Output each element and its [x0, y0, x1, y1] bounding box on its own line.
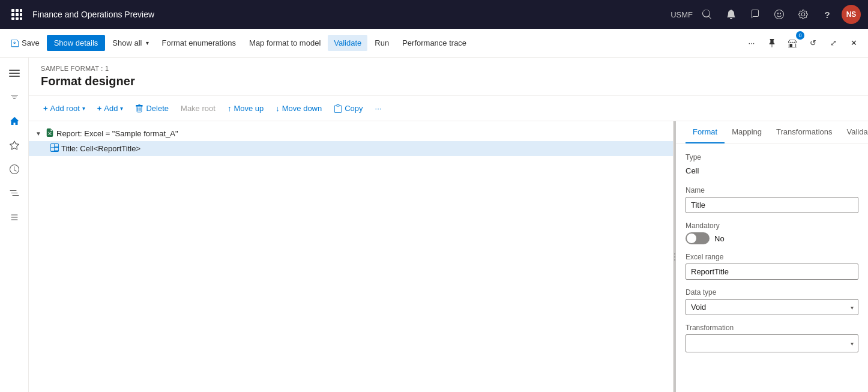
tab-format[interactable]: Format [686, 121, 725, 143]
show-all-button[interactable]: Show all ▾ [106, 35, 154, 51]
svg-rect-11 [9, 76, 20, 77]
tree-item-report-label: Report: Excel = "Sample format_A" [56, 129, 178, 138]
tree-item-title[interactable]: Title: Cell<ReportTitle> [29, 141, 673, 156]
make-root-button[interactable]: Make root [176, 101, 220, 116]
svg-rect-6 [11, 17, 14, 20]
page-title: Format designer [41, 74, 856, 95]
svg-rect-10 [9, 73, 20, 74]
properties-panel: Format Mapping Transformations Validatio… [676, 121, 868, 392]
sidebar-recent[interactable] [4, 158, 25, 180]
transformation-label: Transformation [686, 324, 858, 332]
help-button[interactable]: ? [818, 5, 837, 24]
show-details-button[interactable]: Show details [47, 35, 106, 51]
type-value: Cell [686, 164, 858, 178]
content-area: SAMPLE FORMAT : 1 Format designer + Add … [29, 58, 868, 392]
name-input[interactable] [686, 197, 858, 213]
tree-panel: ▼ Report: Excel = "Sample format_A" [29, 121, 674, 392]
breadcrumb: SAMPLE FORMAT : 1 [41, 65, 856, 72]
show-all-chevron: ▾ [146, 40, 149, 46]
name-label: Name [686, 186, 858, 194]
search-title-button[interactable] [698, 5, 717, 24]
map-format-to-model-button[interactable]: Map format to model [243, 35, 327, 51]
tree-item-report[interactable]: ▼ Report: Excel = "Sample format_A" [29, 126, 673, 141]
svg-rect-0 [11, 9, 14, 12]
app-grid-button[interactable] [7, 5, 26, 24]
tab-mapping[interactable]: Mapping [725, 121, 769, 143]
title-bar: Finance and Operations Preview USMF [0, 0, 868, 29]
delete-button[interactable]: Delete [130, 101, 173, 116]
add-root-chevron: ▾ [82, 105, 85, 112]
sidebar-report[interactable] [4, 182, 25, 204]
add-chevron: ▾ [120, 105, 123, 112]
badge-count: 0 [796, 31, 804, 40]
more-options-button[interactable]: ··· [742, 34, 761, 53]
save-button[interactable]: Save [5, 35, 46, 51]
main-layout: SAMPLE FORMAT : 1 Format designer + Add … [0, 58, 868, 392]
validate-button[interactable]: Validate [328, 35, 367, 51]
add-button[interactable]: + Add ▾ [92, 101, 128, 116]
svg-rect-8 [20, 17, 22, 20]
tree-item-title-label: Title: Cell<ReportTitle> [61, 144, 140, 153]
format-enumerations-button[interactable]: Format enumerations [156, 35, 243, 51]
cell-icon [50, 143, 59, 154]
sidebar-icons [0, 58, 29, 392]
close-button[interactable]: ✕ [844, 34, 863, 53]
excel-range-label: Excel range [686, 253, 858, 261]
svg-rect-1 [16, 9, 19, 12]
smiley-button[interactable] [770, 5, 789, 24]
sidebar-favorites[interactable] [4, 134, 25, 156]
data-type-select[interactable]: Void String Integer Real Date Boolean [686, 299, 858, 315]
sidebar-hamburger[interactable] [4, 62, 25, 84]
data-type-field-group: Data type Void String Integer Real Date … [686, 288, 858, 315]
sidebar-list[interactable] [4, 207, 25, 228]
refresh-button[interactable]: ↺ [803, 34, 822, 53]
notification-button[interactable] [722, 5, 741, 24]
add-root-button[interactable]: + Add root ▾ [38, 101, 90, 116]
popout-button[interactable]: ⤢ [824, 34, 843, 53]
org-name: USMF [671, 10, 693, 19]
more-action-button[interactable]: ··· [370, 101, 387, 116]
settings-button[interactable] [794, 5, 813, 24]
chat-button[interactable] [746, 5, 765, 24]
transformation-select[interactable] [686, 334, 858, 352]
excel-range-field-group: Excel range [686, 253, 858, 280]
collapse-icon[interactable]: ▼ [34, 129, 43, 139]
mandatory-toggle[interactable] [686, 232, 710, 244]
data-type-label: Data type [686, 288, 858, 297]
tab-transformations[interactable]: Transformations [769, 121, 839, 143]
app-title: Finance and Operations Preview [32, 10, 671, 19]
mandatory-toggle-label: No [714, 234, 725, 243]
action-bar: + Add root ▾ + Add ▾ Delete Make root ↑ [29, 96, 868, 121]
svg-rect-9 [9, 70, 20, 71]
type-field-group: Type Cell [686, 153, 858, 178]
run-button[interactable]: Run [369, 35, 395, 51]
type-label: Type [686, 153, 858, 161]
page-header: SAMPLE FORMAT : 1 Format designer [29, 58, 868, 96]
name-field-group: Name [686, 186, 858, 213]
badges-button[interactable]: 0 [783, 34, 802, 53]
sidebar-home[interactable] [4, 110, 25, 132]
props-content: Type Cell Name Mandatory No [676, 143, 868, 362]
split-view: ▼ Report: Excel = "Sample format_A" [29, 121, 868, 392]
move-up-button[interactable]: ↑ Move up [223, 101, 268, 116]
excel-icon [46, 128, 54, 139]
svg-rect-3 [11, 13, 14, 16]
sidebar-filter[interactable] [4, 86, 25, 108]
svg-rect-7 [16, 17, 19, 20]
svg-rect-5 [20, 13, 22, 16]
excel-range-input[interactable] [686, 264, 858, 280]
user-avatar[interactable]: NS [842, 5, 861, 24]
main-toolbar: Save Show details Show all ▾ Format enum… [0, 29, 868, 58]
transformation-field-group: Transformation ▾ [686, 324, 858, 352]
move-down-button[interactable]: ↓ Move down [271, 101, 327, 116]
svg-rect-4 [16, 13, 19, 16]
tab-validations[interactable]: Validations [839, 121, 868, 143]
mandatory-label: Mandatory [686, 222, 858, 230]
props-tabs: Format Mapping Transformations Validatio… [676, 121, 868, 143]
svg-rect-2 [20, 9, 22, 12]
pin-button[interactable] [762, 34, 782, 53]
copy-button[interactable]: Copy [329, 101, 367, 116]
performance-trace-button[interactable]: Performance trace [396, 35, 472, 51]
mandatory-field-group: Mandatory No [686, 222, 858, 244]
